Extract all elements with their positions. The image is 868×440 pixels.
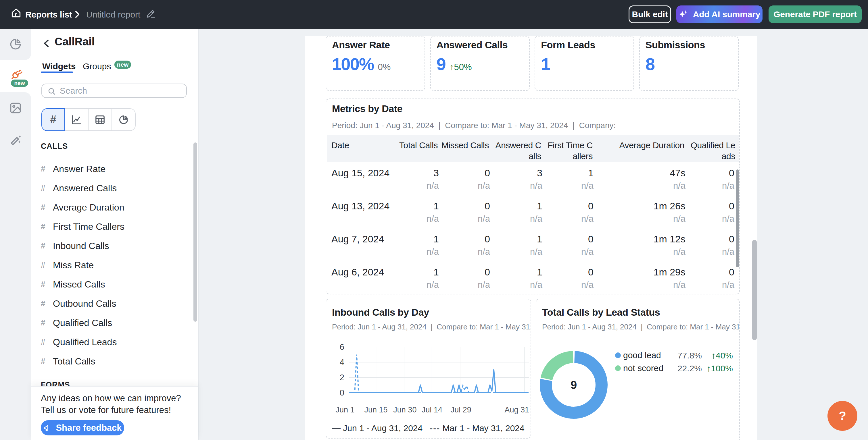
- svg-text:Jun 1: Jun 1: [336, 406, 355, 414]
- svg-text:Aug 31: Aug 31: [504, 406, 529, 414]
- svg-text:Jul 14: Jul 14: [422, 406, 442, 414]
- svg-text:0: 0: [340, 388, 344, 397]
- svg-text:6: 6: [340, 342, 344, 351]
- svg-text:Jul 29: Jul 29: [451, 406, 471, 414]
- svg-text:2: 2: [340, 373, 344, 382]
- svg-text:9: 9: [570, 378, 577, 391]
- svg-text:Jun 15: Jun 15: [365, 406, 388, 414]
- svg-text:Jun 30: Jun 30: [393, 406, 416, 414]
- svg-text:4: 4: [340, 358, 344, 367]
